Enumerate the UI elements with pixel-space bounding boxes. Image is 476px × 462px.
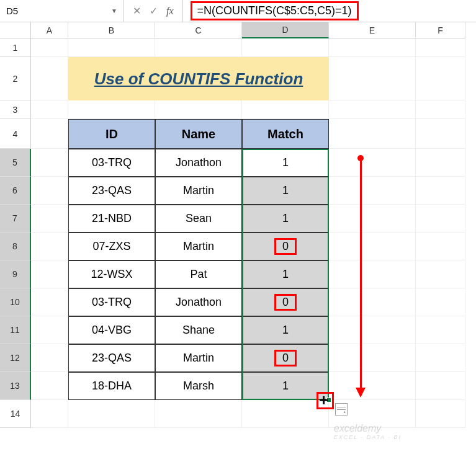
cell-C10[interactable]: Jonathon: [155, 288, 242, 316]
cell-E6[interactable]: [329, 177, 416, 205]
cell-F4[interactable]: [416, 119, 465, 149]
title-cell[interactable]: Use of COUNTIFS Function: [68, 57, 329, 100]
cell-D11[interactable]: 1: [242, 316, 329, 344]
header-match[interactable]: Match: [242, 119, 329, 149]
cell-B1[interactable]: [68, 38, 155, 57]
cancel-icon[interactable]: ✕: [133, 5, 141, 17]
cell-B13[interactable]: 18-DHA: [68, 372, 155, 400]
cell-D6[interactable]: 1: [242, 177, 329, 205]
cell-E2[interactable]: [329, 57, 416, 100]
header-name[interactable]: Name: [155, 119, 242, 149]
row-header-4[interactable]: 4: [0, 119, 31, 149]
cell-F14[interactable]: [416, 400, 465, 428]
cell-A8[interactable]: [31, 233, 68, 260]
cell-A1[interactable]: [31, 38, 68, 57]
col-header-B[interactable]: B: [68, 22, 155, 38]
cell-D13[interactable]: 1: [242, 372, 329, 400]
cell-F5[interactable]: [416, 149, 465, 177]
cell-E5[interactable]: [329, 149, 416, 177]
fx-icon[interactable]: fx: [166, 6, 174, 17]
col-header-C[interactable]: C: [155, 22, 242, 38]
cell-F10[interactable]: [416, 288, 465, 316]
cell-C7[interactable]: Sean: [155, 205, 242, 233]
row-header-12[interactable]: 12: [0, 344, 31, 372]
cell-F9[interactable]: [416, 260, 465, 288]
cell-D8[interactable]: 0: [242, 233, 329, 260]
col-header-F[interactable]: F: [416, 22, 465, 38]
cell-E11[interactable]: [329, 316, 416, 344]
cell-E4[interactable]: [329, 119, 416, 149]
cell-A9[interactable]: [31, 260, 68, 288]
row-header-11[interactable]: 11: [0, 316, 31, 344]
cell-A10[interactable]: [31, 288, 68, 316]
cell-E7[interactable]: [329, 205, 416, 233]
cell-B6[interactable]: 23-QAS: [68, 177, 155, 205]
cell-B14[interactable]: [68, 400, 155, 428]
select-all-corner[interactable]: [0, 22, 31, 38]
cell-F2[interactable]: [416, 57, 465, 100]
cell-B10[interactable]: 03-TRQ: [68, 288, 155, 316]
col-header-D[interactable]: D: [242, 22, 329, 38]
cell-E9[interactable]: [329, 260, 416, 288]
cell-F1[interactable]: [416, 38, 465, 57]
row-header-9[interactable]: 9: [0, 260, 31, 288]
row-header-14[interactable]: 14: [0, 400, 31, 428]
cell-D9[interactable]: 1: [242, 260, 329, 288]
name-box[interactable]: D5 ▼: [0, 0, 124, 22]
cell-F12[interactable]: [416, 344, 465, 372]
row-header-1[interactable]: 1: [0, 38, 31, 57]
cell-C9[interactable]: Pat: [155, 260, 242, 288]
row-header-8[interactable]: 8: [0, 233, 31, 260]
cell-B9[interactable]: 12-WSX: [68, 260, 155, 288]
cell-B8[interactable]: 07-ZXS: [68, 233, 155, 260]
cell-F11[interactable]: [416, 316, 465, 344]
cell-C3[interactable]: [155, 100, 242, 119]
cell-D5[interactable]: 1: [242, 149, 329, 177]
cell-F13[interactable]: [416, 372, 465, 400]
cell-A4[interactable]: [31, 119, 68, 149]
cell-C1[interactable]: [155, 38, 242, 57]
col-header-E[interactable]: E: [329, 22, 416, 38]
cell-B5[interactable]: 03-TRQ: [68, 149, 155, 177]
row-header-10[interactable]: 10: [0, 288, 31, 316]
cell-A5[interactable]: [31, 149, 68, 177]
cell-B12[interactable]: 23-QAS: [68, 344, 155, 372]
cell-E3[interactable]: [329, 100, 416, 119]
cell-C8[interactable]: Martin: [155, 233, 242, 260]
cell-F3[interactable]: [416, 100, 465, 119]
cell-A11[interactable]: [31, 316, 68, 344]
cell-A2[interactable]: [31, 57, 68, 100]
cell-C14[interactable]: [155, 400, 242, 428]
row-header-6[interactable]: 6: [0, 177, 31, 205]
name-box-dropdown-icon[interactable]: ▼: [111, 7, 117, 14]
cell-C6[interactable]: Martin: [155, 177, 242, 205]
row-header-2[interactable]: 2: [0, 57, 31, 100]
cell-A3[interactable]: [31, 100, 68, 119]
cell-E8[interactable]: [329, 233, 416, 260]
row-header-13[interactable]: 13: [0, 372, 31, 400]
formula-input-wrap[interactable]: =N(COUNTIFS(C$5:C5,C5)=1): [183, 0, 476, 22]
enter-icon[interactable]: ✓: [150, 5, 158, 17]
row-header-3[interactable]: 3: [0, 100, 31, 119]
cell-B3[interactable]: [68, 100, 155, 119]
autofill-options-icon[interactable]: +: [335, 403, 348, 415]
cell-E10[interactable]: [329, 288, 416, 316]
cell-D14[interactable]: [242, 400, 329, 428]
cell-C5[interactable]: Jonathon: [155, 149, 242, 177]
cell-C13[interactable]: Marsh: [155, 372, 242, 400]
cell-E1[interactable]: [329, 38, 416, 57]
cell-D1[interactable]: [242, 38, 329, 57]
header-id[interactable]: ID: [68, 119, 155, 149]
row-header-5[interactable]: 5: [0, 149, 31, 177]
cell-C12[interactable]: Martin: [155, 344, 242, 372]
cell-A6[interactable]: [31, 177, 68, 205]
cell-F8[interactable]: [416, 233, 465, 260]
cell-D7[interactable]: 1: [242, 205, 329, 233]
cell-B11[interactable]: 04-VBG: [68, 316, 155, 344]
cell-D3[interactable]: [242, 100, 329, 119]
cell-C11[interactable]: Shane: [155, 316, 242, 344]
formula-input[interactable]: =N(COUNTIFS(C$5:C5,C5)=1): [191, 1, 359, 20]
cell-A13[interactable]: [31, 372, 68, 400]
cell-D12[interactable]: 0: [242, 344, 329, 372]
cell-E13[interactable]: [329, 372, 416, 400]
